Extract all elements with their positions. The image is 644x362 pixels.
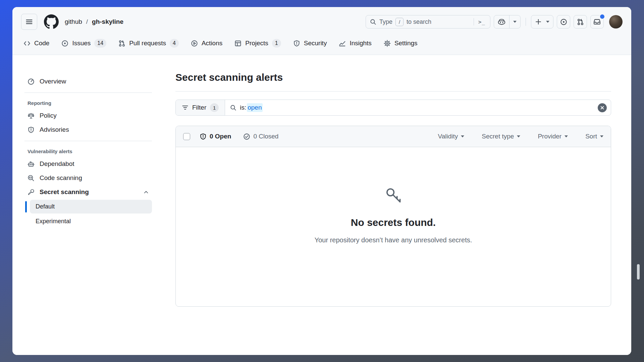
search-icon bbox=[230, 105, 236, 111]
sidebar-subitem-label: Default bbox=[30, 200, 152, 214]
command-palette-icon[interactable]: >_ bbox=[477, 19, 487, 25]
empty-state-subtitle: Your repository doesn’t have any unresol… bbox=[315, 236, 472, 244]
shield-exclamation-icon bbox=[200, 133, 207, 140]
notification-dot bbox=[599, 14, 605, 19]
dropdown-label: Provider bbox=[538, 133, 561, 140]
global-search-input[interactable]: Type / to search >_ bbox=[366, 15, 490, 28]
sidebar-item-code-scanning[interactable]: Code scanning bbox=[24, 171, 152, 185]
alerts-search-input[interactable]: is: open bbox=[225, 100, 611, 115]
query-token: open bbox=[247, 103, 262, 112]
open-alerts-toggle[interactable]: 0 Open bbox=[200, 133, 231, 140]
selected-indicator bbox=[25, 201, 27, 213]
sort-dropdown[interactable]: Sort bbox=[585, 133, 603, 140]
tab-security[interactable]: Security bbox=[288, 37, 332, 50]
shield-exclamation-icon bbox=[28, 126, 35, 133]
tab-actions[interactable]: Actions bbox=[186, 37, 227, 50]
clear-filter-button[interactable] bbox=[598, 103, 607, 112]
tab-insights[interactable]: Insights bbox=[334, 37, 376, 50]
tab-label: Settings bbox=[394, 40, 418, 47]
tab-label: Actions bbox=[202, 40, 222, 47]
dropdown-label: Validity bbox=[438, 133, 458, 140]
sidebar-item-dependabot[interactable]: Dependabot bbox=[24, 157, 152, 171]
inbox-icon bbox=[593, 18, 601, 25]
code-icon bbox=[23, 40, 31, 47]
key-icon bbox=[28, 189, 35, 196]
breadcrumb: github / gh-skyline bbox=[65, 18, 123, 25]
git-pull-request-icon bbox=[577, 18, 584, 25]
tab-code[interactable]: Code bbox=[18, 37, 54, 50]
select-all-checkbox[interactable] bbox=[183, 133, 190, 140]
issue-opened-icon bbox=[61, 40, 68, 47]
tab-pull-requests[interactable]: Pull requests 4 bbox=[113, 36, 184, 51]
filter-bar: Filter 1 is: open bbox=[175, 100, 611, 116]
graph-icon bbox=[339, 40, 346, 47]
meter-icon bbox=[28, 78, 35, 85]
github-logo[interactable] bbox=[44, 14, 59, 29]
chevron-up-icon bbox=[143, 189, 149, 195]
sidebar-item-advisories[interactable]: Advisories bbox=[24, 123, 152, 137]
key-icon-large bbox=[384, 187, 403, 205]
table-icon bbox=[234, 40, 241, 47]
gear-icon bbox=[384, 40, 391, 47]
chevron-down-icon bbox=[461, 135, 464, 137]
check-circle-icon bbox=[243, 133, 250, 140]
provider-dropdown[interactable]: Provider bbox=[538, 133, 568, 140]
sidebar-subitem-experimental[interactable]: Experimental bbox=[24, 214, 152, 229]
validity-dropdown[interactable]: Validity bbox=[438, 133, 464, 140]
sidebar-section-vulnerability-alerts: Vulnerability alerts bbox=[24, 145, 152, 157]
dependabot-icon bbox=[28, 161, 35, 168]
tab-issues[interactable]: Issues 14 bbox=[56, 36, 111, 51]
security-sidebar: Overview Reporting Policy bbox=[12, 55, 164, 355]
app-window: github / gh-skyline Type / to search >_ bbox=[12, 7, 631, 355]
user-avatar[interactable] bbox=[609, 15, 623, 28]
pull-requests-button[interactable] bbox=[574, 15, 587, 28]
chevron-down-icon bbox=[517, 135, 520, 137]
code-scanning-icon bbox=[28, 175, 35, 182]
window-scrollbar[interactable] bbox=[637, 264, 640, 280]
git-pull-request-icon bbox=[118, 40, 125, 47]
tab-label: Security bbox=[304, 40, 327, 47]
tab-projects[interactable]: Projects 1 bbox=[229, 36, 286, 51]
projects-counter: 1 bbox=[272, 39, 281, 48]
issues-button[interactable] bbox=[557, 15, 570, 28]
issues-counter: 14 bbox=[94, 39, 106, 48]
alerts-panel-header: 0 Open 0 Closed Validity Secret t bbox=[176, 126, 611, 147]
pull-requests-counter: 4 bbox=[170, 39, 179, 48]
copilot-button[interactable] bbox=[494, 15, 521, 28]
header-actions: Type / to search >_ bbox=[366, 15, 623, 28]
sidebar-item-label: Policy bbox=[40, 112, 57, 119]
sidebar-item-label: Secret scanning bbox=[40, 188, 89, 196]
tab-label: Projects bbox=[245, 40, 268, 47]
app-header-wrap: github / gh-skyline Type / to search >_ bbox=[12, 7, 631, 55]
copilot-dropdown[interactable] bbox=[509, 15, 520, 28]
sidebar-item-label: Dependabot bbox=[40, 160, 74, 168]
create-new-button[interactable] bbox=[531, 15, 553, 28]
inbox-button[interactable] bbox=[590, 15, 604, 28]
tab-settings[interactable]: Settings bbox=[379, 37, 423, 50]
sidebar-subitem-default[interactable]: Default bbox=[24, 200, 152, 214]
search-placeholder-prefix: Type bbox=[379, 18, 392, 25]
page-title: Secret scanning alerts bbox=[175, 72, 611, 83]
create-new-dropdown[interactable] bbox=[545, 15, 553, 28]
closed-count-label: 0 Closed bbox=[253, 133, 278, 140]
open-count-label: 0 Open bbox=[210, 133, 231, 140]
sidebar-divider bbox=[24, 93, 152, 93]
sidebar-item-overview[interactable]: Overview bbox=[24, 74, 152, 88]
sidebar-item-policy[interactable]: Policy bbox=[24, 109, 152, 123]
slash-keycap: / bbox=[395, 18, 404, 26]
breadcrumb-org[interactable]: github bbox=[65, 18, 82, 25]
hamburger-menu-button[interactable] bbox=[21, 14, 37, 30]
sidebar-item-secret-scanning[interactable]: Secret scanning bbox=[24, 185, 152, 199]
secret-type-dropdown[interactable]: Secret type bbox=[482, 133, 520, 140]
sidebar-section-reporting: Reporting bbox=[24, 97, 152, 109]
x-icon bbox=[600, 106, 604, 110]
shield-icon bbox=[293, 40, 300, 47]
closed-alerts-toggle[interactable]: 0 Closed bbox=[243, 133, 278, 140]
three-bars-icon bbox=[25, 18, 33, 25]
tab-label: Issues bbox=[72, 40, 91, 47]
chevron-down-icon bbox=[600, 135, 603, 137]
empty-state: No secrets found. Your repository doesn’… bbox=[176, 147, 611, 244]
filter-button[interactable]: Filter 1 bbox=[176, 100, 225, 115]
breadcrumb-repo[interactable]: gh-skyline bbox=[92, 18, 123, 25]
law-icon bbox=[28, 112, 35, 119]
